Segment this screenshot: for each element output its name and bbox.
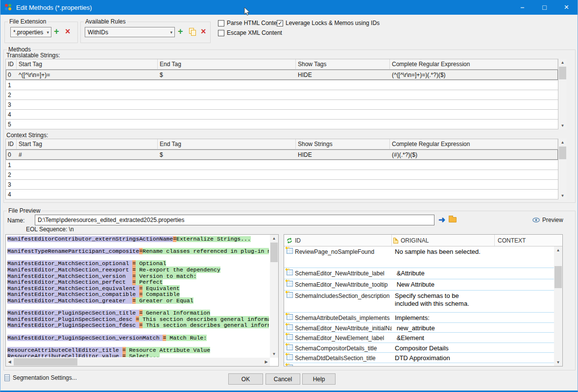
segmentation-settings-button[interactable]: Segmentation Settings... [4,374,77,381]
table-cell [158,170,296,179]
string-id: SchemaEditor_NewElement_label [295,333,392,342]
add-extension-button[interactable]: + [54,27,59,36]
id-table-pane[interactable]: ID ORIGINAL CONTEXT ReviewPage_noSampleF… [284,234,563,367]
context-strings-table[interactable]: IDStart TagEnd TagShow StringsComplete R… [5,139,558,199]
add-rule-button[interactable]: + [178,27,183,36]
original-column-header[interactable]: ORIGINAL [392,235,495,246]
table-row[interactable]: SchemaIncludesSection_descriptionSpecify… [284,291,554,313]
parse-html-checkbox[interactable]: Parse HTML Content [218,20,282,26]
leverage-locks-checkbox[interactable]: Leverage Locks & Memos using IDs [277,20,380,26]
table-row[interactable]: SchemaEditor_NewElement_label &Element [284,333,554,343]
scroll-left-icon[interactable]: ◀ [6,358,13,366]
source-preview-pane[interactable]: ManifestEditorContributor_externStringsA… [5,234,279,367]
go-arrow-icon[interactable]: ➜ [438,215,445,225]
file-extension-combo[interactable]: *.properties ▾ [10,27,51,37]
table-row[interactable]: SchemaEditor_NewAttribute_initialName ne… [284,323,554,333]
table-row[interactable]: 0^([^\r\n=]+)=$HIDE(^([^\r\n=]+)=)(.*?)(… [6,70,558,80]
table-cell: 1 [6,160,17,170]
table-row[interactable]: 4 [6,190,558,199]
column-header[interactable]: End Tag [158,139,296,149]
scrollbar-thumb[interactable] [554,266,562,288]
escape-xml-checkbox[interactable]: Escape XML Content [218,29,282,36]
delete-rule-button[interactable]: × [201,27,206,36]
table-row[interactable]: 5 [6,120,558,129]
scroll-up-icon[interactable]: ▲ [558,139,567,146]
column-header[interactable]: Show Tags [296,59,390,69]
preview-label: Preview [542,217,563,223]
table-row[interactable]: SchemaCompositorDetails_titleCompositor … [284,343,554,353]
close-button[interactable]: × [555,0,578,15]
window-controls: – □ × [511,0,578,15]
column-header[interactable]: Start Tag [17,139,158,149]
table-row[interactable]: 1 [6,160,558,170]
source-line: ManifestEditorContributor_externStringsA… [7,236,269,243]
ok-button[interactable]: OK [228,373,263,385]
delete-extension-button[interactable]: × [65,27,71,36]
source-line: ManifestEditor_MatchSection_reexport = R… [7,267,269,273]
table-row[interactable]: 4 [6,110,558,120]
id-column-header[interactable]: ID [295,235,392,246]
source-line: ManifestEditor_MatchSection_greater = Gr… [7,298,269,304]
column-header[interactable]: Show Strings [296,139,390,149]
source-line [7,329,269,335]
source-text: ManifestEditorContributor_externStringsA… [7,236,269,357]
preview-button[interactable]: Preview [532,217,563,223]
column-header[interactable]: Start Tag [17,59,158,69]
translatable-table-scrollbar[interactable]: ▲ ▼ [558,59,567,129]
scroll-right-icon[interactable]: ▶ [263,358,270,366]
column-header[interactable]: Complete Regular Expression [390,59,558,69]
context-table-scrollbar[interactable]: ▲ ▼ [558,139,567,199]
scroll-down-icon[interactable]: ▼ [554,359,562,366]
column-header[interactable]: Complete Regular Expression [390,139,558,149]
table-row[interactable]: 0#$HIDE(#)(.*?)($) [6,149,558,160]
scroll-up-icon[interactable]: ▲ [554,246,562,254]
string-id: SchemaEditor_NewAttribute_initialName [295,323,392,332]
scrollbar-thumb[interactable] [14,358,77,366]
table-row[interactable]: SchemaDetails_nameName: [284,363,554,366]
scrollbar-thumb[interactable] [270,243,278,262]
id-table-scrollbar[interactable]: ▲ ▼ [554,246,562,366]
table-row[interactable]: SchemaEditor_NewAttribute_tooltip New At… [284,279,554,291]
copy-rule-icon[interactable] [189,28,196,36]
table-cell [17,170,158,179]
table-row[interactable]: ReviewPage_noSampleFoundNo sample has be… [284,246,554,268]
maximize-button[interactable]: □ [533,0,555,15]
context-column-header[interactable]: CONTEXT [495,235,562,246]
source-line: ManifestEditor_PluginSpecSection_title =… [7,310,269,317]
scroll-down-icon[interactable]: ▼ [558,122,567,129]
file-name-input[interactable]: D:\Temp\pderesources_edited_extracted202… [35,215,434,225]
source-vertical-scrollbar[interactable]: ▲ ▼ [270,235,278,358]
string-entry-icon [287,248,293,254]
column-header[interactable]: ID [6,139,17,149]
source-horizontal-scrollbar[interactable]: ◀ ▶ [6,358,270,366]
cancel-button[interactable]: Cancel [265,373,300,385]
table-row[interactable]: 3 [6,180,558,190]
scroll-up-icon[interactable]: ▲ [270,235,278,242]
table-row[interactable]: 2 [6,90,558,100]
translatable-strings-table[interactable]: IDStart TagEnd TagShow TagsComplete Regu… [5,59,558,129]
sync-icon[interactable] [284,235,295,246]
table-row[interactable]: 2 [6,170,558,180]
table-row[interactable]: SchemaEditor_NewAttribute_label &Attribu… [284,268,554,279]
window-title: Edit Methods (*.properties) [16,4,92,11]
original-text: Implements: [392,313,495,322]
column-header[interactable]: ID [6,59,17,69]
string-id: SchemaCompositorDetails_title [295,343,392,352]
table-row[interactable]: SchemaDtdDetailsSection_titleDTD Approxi… [284,353,554,363]
table-cell [17,110,158,119]
scrollbar-thumb[interactable] [559,147,566,159]
table-row[interactable]: 1 [6,80,558,90]
available-rules-combo[interactable]: WithIDs ▾ [85,27,175,37]
minimize-button[interactable]: – [511,0,533,15]
column-header[interactable]: End Tag [158,59,296,69]
table-row[interactable]: SchemaAttributeDetails_implementsImpleme… [284,313,554,323]
help-button[interactable]: Help [302,373,336,385]
scroll-up-icon[interactable]: ▲ [558,59,567,66]
scroll-down-icon[interactable]: ▼ [270,350,278,358]
folder-icon[interactable] [449,217,457,222]
table-cell [158,110,296,119]
scroll-down-icon[interactable]: ▼ [558,192,567,199]
scrollbar-thumb[interactable] [559,67,566,79]
app-icon [5,4,12,11]
table-row[interactable]: 3 [6,100,558,110]
